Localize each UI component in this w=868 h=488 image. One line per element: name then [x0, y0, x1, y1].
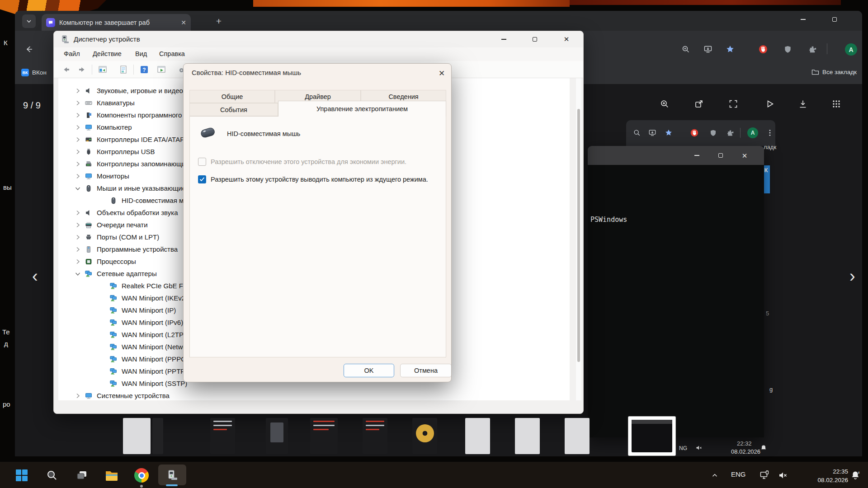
chevron-right-icon[interactable] — [74, 173, 84, 180]
ok-button[interactable]: OK — [344, 364, 394, 377]
minimize-button[interactable] — [493, 31, 514, 47]
new-tab-button[interactable]: + — [213, 15, 225, 27]
extensions-puzzle-icon[interactable] — [807, 43, 818, 55]
cancel-button[interactable]: Отмена — [400, 364, 452, 377]
maximize-button[interactable] — [524, 31, 545, 47]
navigate-back-icon[interactable] — [61, 65, 72, 75]
tab-events[interactable]: События — [189, 103, 278, 116]
browser-tab[interactable]: Компьютер не завершает раб ✕ — [42, 14, 191, 31]
chevron-right-icon[interactable] — [74, 234, 84, 241]
network-icon[interactable] — [756, 466, 774, 484]
chevron-right-icon[interactable] — [74, 148, 84, 155]
next-image-arrow[interactable]: › — [849, 267, 855, 286]
viewer-zoom-in-icon[interactable] — [659, 98, 670, 110]
allow-wake-checkbox[interactable] — [198, 175, 206, 183]
file-explorer-icon[interactable] — [103, 466, 121, 484]
thumbnail[interactable] — [310, 418, 338, 454]
thumbnail[interactable] — [465, 418, 490, 454]
thumbnail[interactable] — [123, 418, 151, 454]
navigate-forward-icon[interactable] — [76, 65, 87, 75]
properties-icon[interactable] — [118, 65, 129, 75]
install-app-icon[interactable] — [702, 43, 714, 55]
device-manager-titlebar[interactable]: Диспетчер устройств ✕ — [54, 31, 583, 47]
tray-chevron-up-icon[interactable] — [706, 466, 724, 484]
volume-muted-icon[interactable] — [774, 466, 792, 484]
terminal-titlebar[interactable]: ✕ — [588, 146, 764, 165]
close-button[interactable]: ✕ — [734, 147, 755, 164]
tab-close-icon[interactable]: ✕ — [181, 19, 186, 26]
thumbnail[interactable] — [152, 418, 163, 454]
thumbnail-selected[interactable] — [628, 417, 675, 455]
viewer-open-external-icon[interactable] — [693, 98, 705, 110]
thumbnail[interactable] — [266, 418, 288, 454]
chevron-right-icon[interactable] — [74, 221, 84, 229]
profile-avatar[interactable]: A — [747, 127, 758, 138]
bookmark-star-icon[interactable] — [724, 43, 736, 55]
menu-help[interactable]: Справка — [159, 50, 185, 57]
console-tree-icon[interactable] — [97, 65, 108, 75]
menu-dots-icon[interactable] — [764, 127, 775, 138]
shield-icon[interactable] — [708, 127, 718, 138]
viewer-close-icon[interactable] — [860, 98, 862, 110]
zoom-icon[interactable] — [632, 127, 642, 138]
menu-file[interactable]: Файл — [64, 50, 80, 57]
chevron-right-icon[interactable] — [74, 87, 84, 94]
thumbnail[interactable] — [565, 418, 590, 454]
chevron-right-icon[interactable] — [74, 99, 84, 107]
chevron-right-icon[interactable] — [74, 124, 84, 131]
menu-action[interactable]: Действие — [93, 50, 122, 57]
thumbnail[interactable] — [515, 418, 540, 454]
close-button[interactable]: ✕ — [556, 31, 577, 47]
tab-power-management[interactable]: Управление электропитанием — [278, 101, 446, 117]
viewer-fullscreen-icon[interactable] — [727, 98, 739, 110]
menu-view[interactable]: Вид — [135, 50, 147, 57]
chevron-right-icon[interactable] — [74, 160, 84, 168]
chevron-right-icon[interactable] — [74, 136, 84, 143]
tab-general[interactable]: Общие — [189, 90, 275, 103]
chrome-icon[interactable] — [132, 466, 151, 484]
chevron-down-icon[interactable] — [74, 185, 84, 192]
thumbnail[interactable] — [363, 418, 387, 454]
viewer-slideshow-play-icon[interactable] — [764, 98, 776, 110]
scan-devices-icon[interactable] — [156, 65, 167, 75]
extensions-puzzle-icon[interactable] — [725, 127, 736, 138]
chevron-right-icon[interactable] — [74, 209, 84, 216]
back-icon[interactable] — [23, 43, 35, 55]
thumbnail[interactable] — [412, 418, 437, 454]
viewer-grid-icon[interactable] — [830, 98, 842, 110]
adblock-hand-icon[interactable] — [689, 127, 700, 138]
adblock-hand-icon[interactable] — [757, 43, 769, 55]
chevron-right-icon[interactable] — [74, 246, 84, 253]
task-view-icon[interactable] — [73, 466, 91, 484]
zoom-icon[interactable] — [680, 43, 692, 55]
profile-avatar[interactable]: A — [845, 43, 857, 56]
allow-power-off-checkbox[interactable] — [198, 158, 206, 166]
device-manager-taskbar-icon[interactable] — [163, 466, 181, 484]
previous-image-arrow[interactable]: ‹ — [32, 267, 38, 286]
minimize-button[interactable] — [793, 11, 813, 28]
shield-icon[interactable] — [782, 43, 793, 55]
all-bookmarks-button[interactable]: Все закладк — [811, 69, 857, 75]
search-icon[interactable] — [43, 466, 61, 484]
clock[interactable]: 22:35 08.02.2026 — [796, 468, 848, 485]
language-indicator[interactable]: ENG — [731, 470, 746, 478]
tab-search-chevron-button[interactable] — [22, 14, 36, 28]
chevron-down-icon[interactable] — [74, 270, 84, 277]
maximize-button[interactable] — [824, 11, 845, 28]
help-icon[interactable]: ? — [139, 65, 150, 75]
tree-scrollbar[interactable] — [576, 78, 581, 400]
bookmark-star-icon[interactable] — [663, 127, 674, 138]
notification-bell-icon[interactable]: z — [846, 466, 864, 484]
close-button[interactable]: ✕ — [856, 11, 862, 28]
viewer-download-icon[interactable] — [797, 98, 809, 110]
chevron-right-icon[interactable] — [74, 258, 84, 265]
thumbnail[interactable] — [210, 418, 235, 454]
start-button[interactable] — [13, 466, 31, 484]
chevron-right-icon[interactable] — [74, 392, 84, 399]
chevron-right-icon[interactable] — [74, 112, 84, 119]
device-tree-item[interactable]: Системные устройства — [58, 389, 570, 400]
bookmark-vk[interactable]: ВК ВКон — [21, 69, 47, 76]
minimize-button[interactable] — [686, 147, 707, 164]
close-icon[interactable]: ✕ — [435, 67, 448, 79]
install-app-icon[interactable] — [647, 127, 658, 138]
